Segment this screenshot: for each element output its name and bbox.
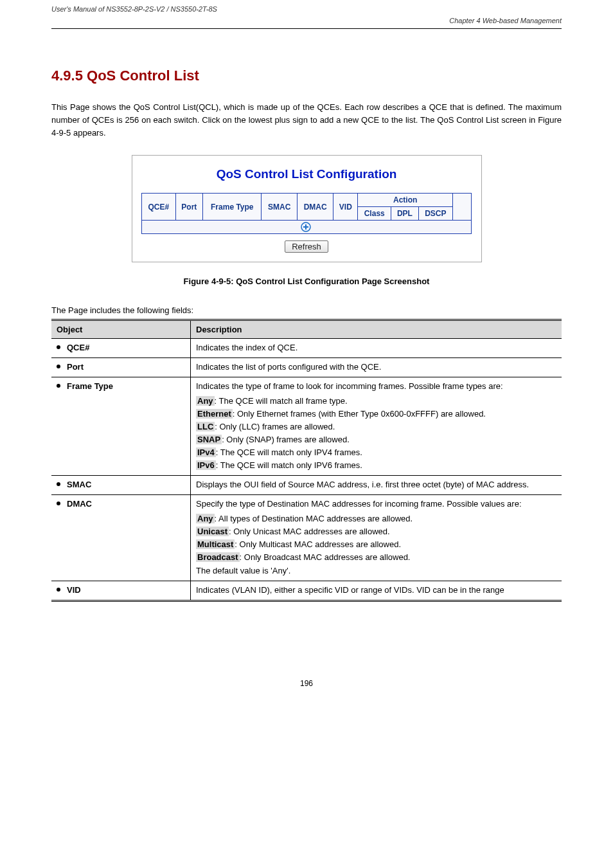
desc-option-rest: : All types of Destination MAC addresses… [215,514,413,523]
desc-object-cell: DMAC [51,495,191,581]
desc-option-key: SNAP [196,435,222,444]
desc-object-label: DMAC [67,499,92,509]
qcl-col-dpl: DPL [391,207,419,221]
desc-intro-text: Specify the type of Destination MAC addr… [196,499,556,509]
qcl-table: QCE# Port Frame Type SMAC DMAC VID Actio… [141,193,472,234]
figure-caption-text: QoS Control List Configuration Page Scre… [234,276,430,286]
section-heading: 4.9.5 QoS Control List [51,68,562,84]
bullet-icon [57,365,60,368]
desc-object-cell: Frame Type [51,377,191,476]
qcl-col-smac: SMAC [262,194,298,221]
desc-description-cell: Indicates (VLAN ID), either a specific V… [191,581,562,601]
desc-option-rest: : Only Unicast MAC addresses are allowed… [229,527,390,536]
qcl-col-port: Port [175,194,203,221]
desc-text: Indicates the index of QCE. [196,343,556,352]
desc-text: Indicates the list of ports configured w… [196,362,556,372]
table-row: SMACDisplays the OUI field of Source MAC… [51,476,562,495]
table-row: VIDIndicates (VLAN ID), either a specifi… [51,581,562,601]
desc-option-rest: : The QCE will match all frame type. [215,396,348,406]
desc-option-rest: : The QCE will match only IPV4 frames. [216,448,362,457]
desc-head-description: Description [191,320,562,339]
desc-option-rest: : Only Broadcast MAC addresses are allow… [240,552,411,562]
desc-description-cell: Indicates the list of ports configured w… [191,358,562,377]
desc-option-line: LLC: Only (LLC) frames are allowed. [196,420,556,431]
desc-options: Any: All types of Destination MAC addres… [196,512,556,562]
lead-line: The Page includes the following fields: [51,305,562,315]
desc-object-cell: VID [51,581,191,601]
desc-description-cell: Specify the type of Destination MAC addr… [191,495,562,581]
desc-object-cell: QCE# [51,339,191,358]
desc-options: Any: The QCE will match all frame type.E… [196,395,556,470]
desc-option-key: IPv6 [196,460,216,470]
figure-panel: QoS Control List Configuration QCE# Port… [132,155,482,262]
desc-object-cell: SMAC [51,476,191,495]
desc-object-cell: Port [51,358,191,377]
desc-option-line: IPv4: The QCE will match only IPV4 frame… [196,446,556,457]
bullet-icon [57,384,60,388]
desc-option-line: SNAP: Only (SNAP) frames are allowed. [196,433,556,444]
qcl-col-dscp: DSCP [418,207,452,221]
desc-description-cell: Displays the OUI field of Source MAC add… [191,476,562,495]
bullet-icon [57,345,60,349]
header-rule [51,28,562,29]
desc-option-rest: : Only Ethernet frames (with Ether Type … [233,409,486,419]
table-row: PortIndicates the list of ports configur… [51,358,562,377]
desc-object-label: Port [67,362,84,372]
desc-option-key: Any [196,514,215,523]
figure-caption-label: Figure 4-9-5: [184,276,234,286]
qcl-col-qce: QCE# [142,194,176,221]
table-row: QCE#Indicates the index of QCE. [51,339,562,358]
desc-text: Indicates (VLAN ID), either a specific V… [196,585,556,595]
qcl-add-row [142,221,472,234]
desc-intro-text: Indicates the type of frame to look for … [196,381,556,391]
page-header: User's Manual of NS3552-8P-2S-V2 / NS355… [0,0,613,15]
chapter-title: Chapter 4 Web-based Management [449,17,562,24]
desc-description-cell: Indicates the type of frame to look for … [191,377,562,476]
manual-title: User's Manual of NS3552-8P-2S-V2 / NS355… [51,5,217,13]
description-table: Object Description QCE#Indicates the ind… [51,319,562,602]
table-row: DMACSpecify the type of Destination MAC … [51,495,562,581]
qcl-col-frame-type: Frame Type [203,194,262,221]
qcl-header-row: QCE# Port Frame Type SMAC DMAC VID Actio… [142,194,472,207]
desc-option-line: Unicast: Only Unicast MAC addresses are … [196,525,556,536]
desc-option-key: Ethernet [196,409,233,419]
desc-option-rest: : Only Multicast MAC addresses are allow… [235,539,401,549]
bullet-icon [57,482,60,486]
page: User's Manual of NS3552-8P-2S-V2 / NS355… [0,0,613,714]
qcl-col-dmac: DMAC [298,194,333,221]
table-row: Frame TypeIndicates the type of frame to… [51,377,562,476]
figure-title: QoS Control List Configuration [132,167,481,181]
desc-option-line: Any: The QCE will match all frame type. [196,395,556,406]
desc-option-rest: : Only (LLC) frames are allowed. [215,422,335,431]
desc-head-object: Object [51,320,191,339]
desc-object-label: Frame Type [67,381,113,391]
qcl-col-class: Class [358,207,391,221]
desc-option-key: Broadcast [196,552,240,562]
figure-caption: Figure 4-9-5: QoS Control List Configura… [0,276,613,286]
refresh-wrap: Refresh [132,240,481,253]
bullet-icon [57,588,60,592]
qcl-col-action-group: Action [358,194,453,207]
desc-object-label: SMAC [67,480,91,489]
desc-option-key: Any [196,396,215,406]
page-footer: 196 [0,679,613,688]
qcl-col-vid: VID [333,194,358,221]
desc-option-rest: : The QCE will match only IPV6 frames. [216,460,362,470]
desc-object-label: QCE# [67,343,89,352]
add-qce-icon[interactable] [301,222,311,232]
desc-option-line: IPv6: The QCE will match only IPV6 frame… [196,459,556,470]
desc-trailer-text: The default value is 'Any'. [196,566,556,575]
desc-option-key: Multicast [196,539,235,549]
desc-option-key: Unicast [196,527,229,536]
page-number: 196 [300,679,313,688]
desc-option-line: Multicast: Only Multicast MAC addresses … [196,538,556,549]
desc-description-cell: Indicates the index of QCE. [191,339,562,358]
figure-wrap: QoS Control List Configuration QCE# Port… [0,155,613,262]
desc-object-label: VID [67,585,81,595]
desc-option-line: Any: All types of Destination MAC addres… [196,512,556,523]
desc-option-line: Broadcast: Only Broadcast MAC addresses … [196,551,556,562]
intro-paragraph: This Page shows the QoS Control List(QCL… [51,101,562,140]
desc-option-key: IPv4 [196,448,216,457]
desc-option-key: LLC [196,422,215,431]
refresh-button[interactable]: Refresh [285,240,328,253]
